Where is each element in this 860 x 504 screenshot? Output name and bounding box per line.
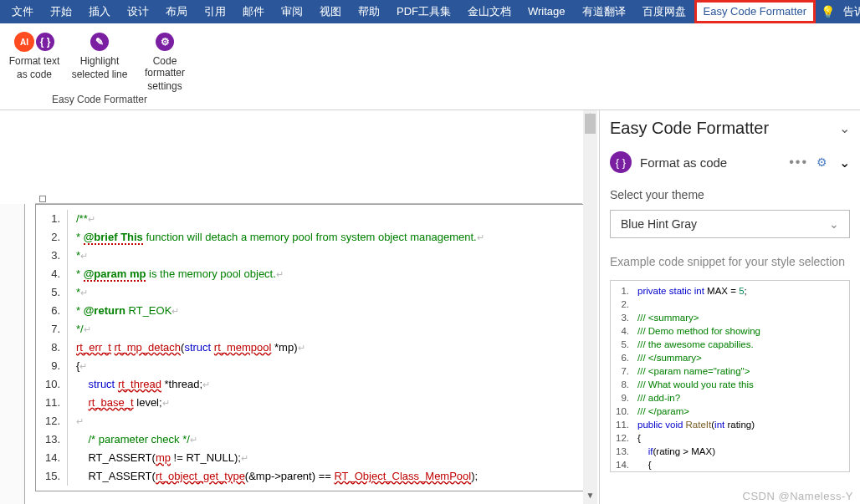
toolbar-group: AI { } Format text as code ✎ Highlight s… bbox=[2, 27, 197, 109]
chevron-down-icon[interactable]: ⌄ bbox=[839, 120, 850, 136]
toolbar: AI { } Format text as code ✎ Highlight s… bbox=[0, 23, 860, 110]
code-line[interactable]: 6. * @return RT_EOK↵ bbox=[43, 302, 576, 320]
menu-tab[interactable]: 金山文档 bbox=[459, 0, 520, 23]
code-line[interactable]: 4. * @param mp is the memory pool object… bbox=[43, 265, 576, 283]
code-content[interactable]: rt_err_t rt_mp_detach(struct rt_mempool … bbox=[68, 339, 305, 357]
btn-label: Highlight bbox=[80, 55, 120, 67]
code-line[interactable]: 2. * @brief This function will detach a … bbox=[43, 228, 576, 247]
chevron-down-icon: ⌄ bbox=[829, 217, 839, 231]
code-content[interactable]: *↵ bbox=[68, 283, 88, 302]
menu-tab[interactable]: 插入 bbox=[80, 0, 119, 23]
code-content[interactable]: RT_ASSERT(rt_object_get_type(&mp->parent… bbox=[68, 467, 478, 486]
menu-tab[interactable]: 文件 bbox=[3, 0, 42, 23]
menu-tab[interactable]: 开始 bbox=[42, 0, 80, 23]
example-line: 1.private static int MAX = 5; bbox=[614, 284, 846, 298]
example-line: 5./// the awesome capabilies. bbox=[614, 338, 846, 351]
example-line: 13. if(rating > MAX) bbox=[614, 445, 846, 458]
menu-tab[interactable]: Easy Code Formatter bbox=[694, 0, 816, 23]
line-number: 11. bbox=[43, 394, 68, 412]
code-content[interactable]: * @param mp is the memory pool object.↵ bbox=[68, 265, 284, 283]
highlight-icon: ✎ bbox=[90, 33, 109, 51]
theme-select[interactable]: Blue Hint Gray ⌄ bbox=[610, 210, 850, 238]
code-line[interactable]: 10. struct rt_thread *thread;↵ bbox=[43, 375, 576, 394]
side-panel: Easy Code Formatter ⌄ { } Format as code… bbox=[599, 110, 860, 504]
example-code: 1.private static int MAX = 5;2.3./// <su… bbox=[610, 280, 850, 472]
example-line: 10./// </param> bbox=[614, 405, 846, 418]
panel-title: Easy Code Formatter bbox=[610, 119, 769, 138]
theme-label: Select your theme bbox=[610, 188, 850, 201]
example-line: 9./// add-in? bbox=[614, 391, 846, 405]
menu-tab[interactable]: PDF工具集 bbox=[388, 0, 459, 23]
code-line[interactable]: 9.{↵ bbox=[43, 357, 576, 375]
code-line[interactable]: 14. RT_ASSERT(mp != RT_NULL);↵ bbox=[43, 449, 576, 467]
line-number: 15. bbox=[43, 467, 68, 486]
group-label: Easy Code Formatter bbox=[52, 92, 147, 109]
line-number: 5. bbox=[43, 283, 68, 302]
example-line: 3./// <summary> bbox=[614, 311, 846, 324]
example-line: 12.{ bbox=[614, 431, 846, 445]
vertical-ruler bbox=[0, 204, 25, 504]
btn-label: as code bbox=[17, 69, 52, 80]
example-line: 6./// </summary> bbox=[614, 351, 846, 364]
code-page[interactable]: 1./**↵2. * @brief This function will det… bbox=[35, 204, 584, 491]
example-line: 14. { bbox=[614, 458, 846, 471]
gear-icon[interactable]: ⚙ bbox=[816, 155, 827, 169]
code-content[interactable]: * @brief This function will detach a mem… bbox=[68, 228, 484, 247]
line-number: 3. bbox=[43, 247, 68, 265]
settings-button[interactable]: ⚙ Code formatter settings bbox=[132, 27, 197, 92]
more-icon[interactable]: ••• bbox=[789, 155, 808, 170]
code-content[interactable]: {↵ bbox=[68, 357, 87, 375]
code-content[interactable]: *↵ bbox=[68, 247, 88, 265]
btn-label: selected line bbox=[72, 69, 128, 80]
code-line[interactable]: 15. RT_ASSERT(rt_object_get_type(&mp->pa… bbox=[43, 467, 576, 486]
code-line[interactable]: 12.↵ bbox=[43, 412, 576, 430]
menu-tab[interactable]: 百度网盘 bbox=[634, 0, 694, 23]
code-line[interactable]: 7. */↵ bbox=[43, 320, 576, 339]
menu-tab[interactable]: 帮助 bbox=[350, 0, 388, 23]
highlight-line-button[interactable]: ✎ Highlight selected line bbox=[67, 27, 132, 92]
scroll-thumb[interactable] bbox=[585, 114, 596, 134]
panel-command[interactable]: Format as code bbox=[640, 155, 781, 170]
tell-me[interactable]: 告诉我 bbox=[835, 0, 860, 23]
code-content[interactable]: rt_base_t level;↵ bbox=[68, 394, 170, 412]
menu-tab[interactable]: 布局 bbox=[157, 0, 196, 23]
menu-tab[interactable]: 审阅 bbox=[273, 0, 311, 23]
code-content[interactable]: /**↵ bbox=[68, 210, 95, 228]
line-number: 13. bbox=[43, 430, 68, 449]
line-number: 8. bbox=[43, 339, 68, 357]
lightbulb-icon: 💡 bbox=[821, 5, 835, 18]
line-number: 2. bbox=[43, 228, 68, 247]
code-line[interactable]: 8.rt_err_t rt_mp_detach(struct rt_mempoo… bbox=[43, 339, 576, 357]
ai-icon: AI bbox=[14, 32, 34, 52]
code-line[interactable]: 5. *↵ bbox=[43, 283, 576, 302]
code-content[interactable]: RT_ASSERT(mp != RT_NULL);↵ bbox=[68, 449, 248, 467]
theme-value: Blue Hint Gray bbox=[621, 217, 697, 231]
code-line[interactable]: 1./**↵ bbox=[43, 210, 576, 228]
code-line[interactable]: 11. rt_base_t level;↵ bbox=[43, 394, 576, 412]
scroll-down-icon[interactable]: ▼ bbox=[583, 491, 597, 504]
vertical-scrollbar[interactable]: ▲ ▼ bbox=[583, 110, 597, 504]
format-text-button[interactable]: AI { } Format text as code bbox=[2, 27, 67, 92]
line-number: 1. bbox=[43, 210, 68, 228]
menu-tab[interactable]: 有道翻译 bbox=[574, 0, 634, 23]
code-content[interactable]: * @return RT_EOK↵ bbox=[68, 302, 179, 320]
code-content[interactable]: /* parameter check */↵ bbox=[68, 430, 197, 449]
code-line[interactable]: 3. *↵ bbox=[43, 247, 576, 265]
menu-tab[interactable]: 邮件 bbox=[234, 0, 273, 23]
btn-label: settings bbox=[147, 80, 182, 92]
chevron-down-icon[interactable]: ⌄ bbox=[839, 155, 850, 171]
code-content[interactable]: */↵ bbox=[68, 320, 91, 339]
btn-label: Format text bbox=[9, 55, 60, 67]
menu-tab[interactable]: Writage bbox=[520, 0, 574, 23]
menu-tab[interactable]: 视图 bbox=[311, 0, 350, 23]
line-number: 12. bbox=[43, 412, 68, 430]
document-area: 1./**↵2. * @brief This function will det… bbox=[0, 110, 599, 504]
code-content[interactable]: struct rt_thread *thread;↵ bbox=[68, 375, 210, 394]
menu-tab[interactable]: 引用 bbox=[196, 0, 234, 23]
line-number: 10. bbox=[43, 375, 68, 394]
example-line: 11.public void RateIt(int rating) bbox=[614, 418, 846, 431]
code-content[interactable]: ↵ bbox=[68, 412, 84, 430]
code-line[interactable]: 13. /* parameter check */↵ bbox=[43, 430, 576, 449]
example-line: 4./// Demo method for showing bbox=[614, 324, 846, 338]
menu-tab[interactable]: 设计 bbox=[119, 0, 157, 23]
